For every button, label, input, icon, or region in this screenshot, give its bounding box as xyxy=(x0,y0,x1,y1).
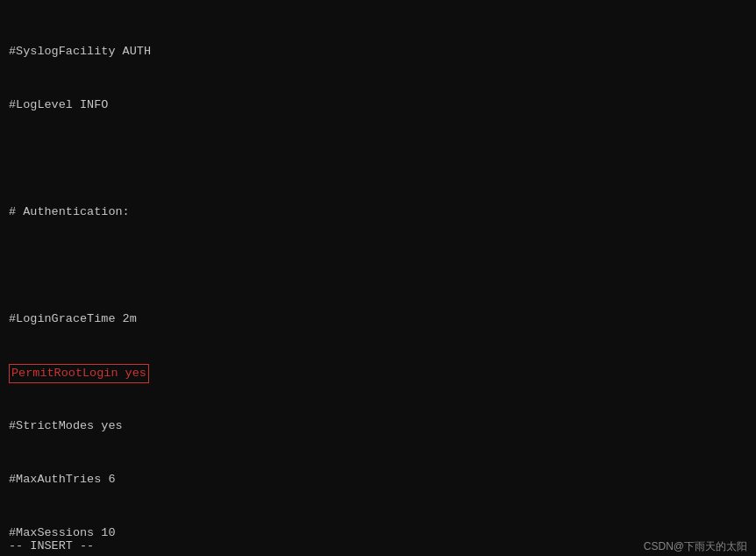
line-6: #LoginGraceTime 2m xyxy=(9,310,747,328)
terminal: #SyslogFacility AUTH #LogLevel INFO # Au… xyxy=(0,0,756,556)
line-3 xyxy=(9,150,747,168)
permit-root-login-highlight: PermitRootLogin yes xyxy=(9,364,149,383)
line-2: #LogLevel INFO xyxy=(9,96,747,114)
status-bar: -- INSERT -- xyxy=(0,537,756,556)
line-8: #StrictModes yes xyxy=(9,417,747,435)
line-5 xyxy=(9,257,747,274)
code-content: #SyslogFacility AUTH #LogLevel INFO # Au… xyxy=(9,7,747,556)
watermark: CSDN@下雨天的太阳 xyxy=(644,538,747,554)
line-1: #SyslogFacility AUTH xyxy=(9,43,747,61)
line-4: # Authentication: xyxy=(9,203,747,221)
line-7: PermitRootLogin yes xyxy=(9,364,747,381)
insert-mode-label: -- INSERT -- xyxy=(9,539,94,552)
line-9: #MaxAuthTries 6 xyxy=(9,471,747,488)
